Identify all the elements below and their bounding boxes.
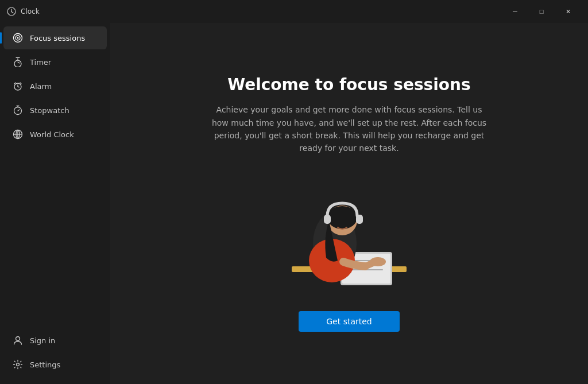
sidebar-item-sign-in[interactable]: Sign in — [3, 329, 107, 352]
svg-line-2 — [11, 12, 13, 13]
sidebar-item-world-clock[interactable]: World Clock — [3, 123, 107, 146]
svg-line-12 — [18, 110, 20, 111]
alarm-icon — [13, 81, 23, 91]
sidebar-item-alarm[interactable]: Alarm — [3, 75, 107, 98]
settings-label: Settings — [30, 360, 60, 369]
focus-sessions-label: Focus sessions — [30, 34, 85, 42]
stopwatch-icon — [13, 105, 23, 115]
svg-line-6 — [18, 62, 20, 63]
welcome-title: Welcome to focus sessions — [227, 75, 470, 94]
timer-label: Timer — [30, 58, 51, 67]
focus-sessions-icon — [13, 33, 23, 43]
maximize-button[interactable]: □ — [528, 2, 555, 21]
person-icon — [13, 335, 23, 346]
sign-in-label: Sign in — [30, 336, 55, 345]
sidebar-bottom: Sign in Settings — [0, 328, 110, 384]
svg-rect-32 — [324, 215, 331, 224]
world-clock-icon — [13, 129, 23, 139]
app-icon — [7, 7, 16, 16]
sidebar-item-focus-sessions[interactable]: Focus sessions — [3, 26, 107, 49]
illustration — [257, 169, 441, 295]
timer-icon — [13, 57, 23, 67]
sidebar: Focus sessions Timer — [0, 23, 110, 384]
sidebar-item-settings[interactable]: Settings — [3, 353, 107, 376]
world-clock-label: World Clock — [30, 130, 74, 139]
alarm-label: Alarm — [30, 82, 52, 91]
welcome-description: Achieve your goals and get more done wit… — [211, 103, 487, 155]
window-controls: ─ □ ✕ — [502, 2, 581, 21]
sidebar-item-timer[interactable]: Timer — [3, 51, 107, 73]
svg-line-8 — [18, 87, 19, 88]
app-title: Clock — [21, 7, 502, 15]
minimize-button[interactable]: ─ — [502, 2, 528, 21]
svg-point-17 — [16, 337, 20, 341]
get-started-button[interactable]: Get started — [299, 311, 400, 332]
sidebar-nav: Focus sessions Timer — [0, 25, 110, 328]
svg-point-18 — [17, 363, 20, 366]
stopwatch-label: Stopwatch — [30, 106, 69, 115]
svg-point-34 — [370, 257, 386, 266]
svg-point-5 — [17, 37, 19, 39]
close-button[interactable]: ✕ — [555, 2, 581, 21]
svg-point-31 — [327, 206, 357, 229]
sidebar-item-stopwatch[interactable]: Stopwatch — [3, 99, 107, 122]
svg-rect-33 — [356, 215, 363, 224]
settings-icon — [13, 359, 23, 370]
main-content: Welcome to focus sessions Achieve your g… — [110, 23, 588, 384]
app-body: Focus sessions Timer — [0, 23, 588, 384]
title-bar: Clock ─ □ ✕ — [0, 0, 588, 23]
